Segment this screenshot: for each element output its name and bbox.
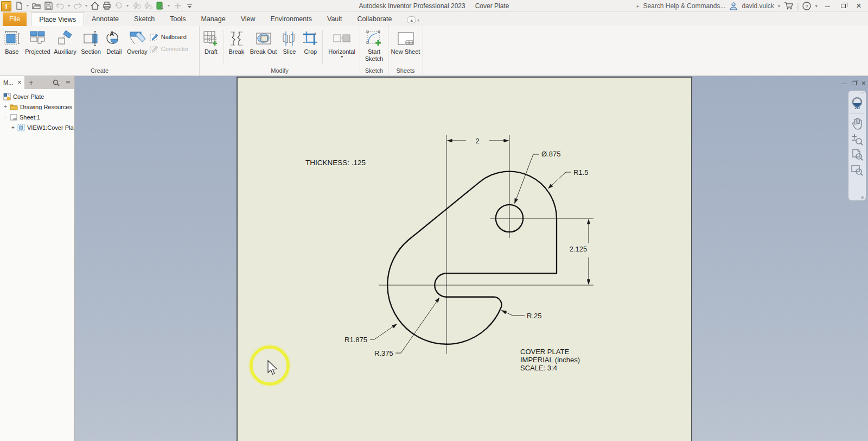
revert-caret-icon[interactable]: ▾: [125, 3, 130, 8]
expand-icon[interactable]: +: [11, 124, 15, 130]
restore-button[interactable]: [837, 2, 849, 10]
thickness-note[interactable]: THICKNESS: .125: [305, 159, 366, 167]
base-view-button[interactable]: Base: [0, 28, 24, 55]
search-expand-icon[interactable]: ▸: [637, 3, 640, 9]
zoom-icon[interactable]: [851, 134, 863, 146]
collapse-icon[interactable]: −: [3, 114, 8, 120]
search-help-input[interactable]: Search Help & Commands...: [643, 2, 725, 10]
tab-vault[interactable]: Vault: [320, 12, 350, 26]
zoom-all-icon[interactable]: [851, 149, 863, 161]
new-sheet-button[interactable]: New Sheet: [388, 28, 423, 55]
update-icon[interactable]: [131, 1, 142, 11]
tab-sketch[interactable]: Sketch: [126, 12, 162, 26]
browser-add-tab-button[interactable]: +: [24, 76, 37, 89]
slice-button[interactable]: Slice: [279, 28, 300, 55]
nailboard-button[interactable]: Nailboard: [150, 32, 199, 42]
app-store-cart-icon[interactable]: [784, 2, 793, 10]
tree-item-drawing-resources[interactable]: + Drawing Resources: [0, 102, 74, 112]
inventor-logo-icon[interactable]: I: [1, 1, 11, 11]
tree-item-cover-plate[interactable]: Cover Plate: [0, 91, 74, 102]
sheet-1[interactable]: [237, 77, 692, 441]
section-view-button[interactable]: Section: [79, 28, 104, 55]
crop-button[interactable]: Crop: [299, 28, 321, 55]
tab-collaborate[interactable]: Collaborate: [350, 12, 400, 26]
print-icon[interactable]: [101, 1, 112, 11]
browser-search-icon[interactable]: [50, 76, 62, 89]
navigation-wheel-2d-icon[interactable]: 2D: [850, 96, 864, 110]
new-file-caret-icon[interactable]: ▾: [25, 3, 30, 8]
help-caret-icon[interactable]: ▾: [815, 3, 818, 9]
dim-radius-slot[interactable]: R.375: [374, 349, 393, 357]
quick-access-toolbar: ▾ ▾ ▾ ▾: [14, 1, 195, 11]
browser-tab-close-icon[interactable]: ×: [17, 79, 21, 86]
save-icon[interactable]: [43, 1, 54, 11]
dim-width[interactable]: 2: [475, 137, 479, 145]
doc-close-button[interactable]: ×: [861, 79, 866, 87]
tab-manage[interactable]: Manage: [193, 12, 233, 26]
horizontal-caret-icon[interactable]: ▾: [341, 55, 343, 59]
material-icon[interactable]: [155, 1, 165, 11]
pan-hand-icon[interactable]: [851, 117, 863, 130]
new-file-icon[interactable]: [14, 1, 24, 11]
auxiliary-view-button[interactable]: Auxiliary: [52, 28, 79, 55]
navbar-collapse-icon[interactable]: ◠: [860, 91, 864, 96]
home-icon[interactable]: [90, 1, 100, 11]
detail-view-button[interactable]: A Detail: [103, 28, 125, 55]
projected-view-icon: [29, 29, 46, 48]
material-caret-icon[interactable]: ▾: [167, 3, 171, 8]
undo-caret-icon[interactable]: ▾: [67, 3, 71, 8]
undo-icon[interactable]: [55, 1, 66, 11]
customize-qat-icon[interactable]: [184, 1, 195, 11]
navbar-menu-icon[interactable]: ⊖: [860, 195, 864, 200]
dim-height[interactable]: 2.125: [570, 245, 588, 253]
revert-icon[interactable]: [113, 1, 124, 11]
horizontal-button[interactable]: Horizontal ▾: [324, 28, 360, 59]
signed-in-user[interactable]: david.vuick: [742, 2, 774, 10]
tab-view[interactable]: View: [233, 12, 263, 26]
open-icon[interactable]: [31, 1, 42, 11]
minimize-button[interactable]: [821, 2, 833, 10]
redo-caret-icon[interactable]: ▾: [84, 3, 88, 8]
overlay-view-button[interactable]: Overlay: [125, 28, 150, 55]
expand-icon[interactable]: +: [3, 104, 8, 110]
group-label-sheets: Sheets: [388, 67, 423, 74]
tab-file[interactable]: File: [3, 12, 27, 26]
browser-tab-model[interactable]: M... ×: [0, 76, 24, 89]
tab-place-views[interactable]: Place Views: [31, 12, 84, 26]
user-menu-caret-icon[interactable]: ▾: [778, 3, 781, 9]
dim-hole-diameter[interactable]: Ø.875: [541, 150, 560, 158]
break-out-button[interactable]: Break Out: [248, 28, 279, 55]
dim-radius-big[interactable]: R1.875: [344, 336, 367, 344]
close-button[interactable]: ×: [853, 1, 865, 11]
break-button[interactable]: Break: [225, 28, 248, 55]
start-sketch-icon: [366, 29, 382, 48]
graphics-canvas[interactable]: × ◠ 2D: [75, 76, 868, 441]
dim-radius-top[interactable]: R1.5: [573, 168, 588, 177]
browser-menu-icon[interactable]: ≡: [62, 76, 74, 89]
detail-view-icon: A: [106, 29, 122, 48]
tree-item-sheet1[interactable]: − Sheet:1: [0, 112, 74, 122]
doc-minimize-button[interactable]: [842, 79, 847, 87]
redo-icon[interactable]: [72, 1, 83, 11]
browser-tab-bar: M... × + ≡: [0, 76, 74, 89]
drawing-sheet-view[interactable]: 2 2.125 Ø.875 R1.5 R.25 R1.875: [75, 76, 867, 441]
user-avatar-icon[interactable]: [729, 2, 738, 10]
local-update-icon[interactable]: [143, 1, 154, 11]
ribbon-display-toggle[interactable]: ▴: [407, 16, 416, 23]
ribbon-tab-row: File Place Views Annotate Sketch Tools M…: [0, 12, 868, 26]
svg-text:?: ?: [806, 3, 808, 9]
add-command-icon[interactable]: [172, 1, 183, 11]
tab-environments[interactable]: Environments: [263, 12, 320, 26]
tab-annotate[interactable]: Annotate: [84, 12, 126, 26]
help-icon[interactable]: ?: [802, 2, 811, 10]
zoom-window-icon[interactable]: [851, 164, 863, 176]
doc-restore-button[interactable]: [852, 79, 857, 87]
tree-item-view1[interactable]: + VIEW1:Cover Plate: [0, 122, 74, 133]
start-sketch-button[interactable]: Start Sketch: [360, 28, 388, 62]
ribbon-display-caret-icon[interactable]: ▾: [416, 18, 420, 23]
draft-button[interactable]: Draft: [200, 28, 222, 55]
connector-button[interactable]: Connector: [150, 44, 199, 54]
dim-radius-corner[interactable]: R.25: [527, 312, 541, 320]
projected-view-button[interactable]: Projected: [24, 28, 52, 55]
tab-tools[interactable]: Tools: [162, 12, 193, 26]
